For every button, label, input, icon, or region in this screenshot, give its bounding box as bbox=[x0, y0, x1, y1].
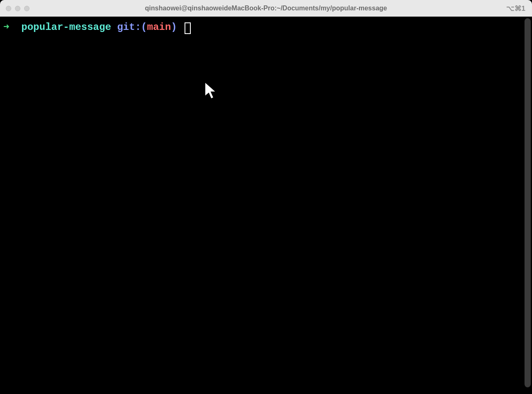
git-branch: main bbox=[147, 21, 171, 34]
terminal-body[interactable]: ➜ popular-message git:(main) bbox=[0, 17, 532, 394]
minimize-window-button[interactable] bbox=[15, 6, 20, 11]
titlebar[interactable]: qinshaowei@qinshaoweideMacBook-Pro:~/Doc… bbox=[0, 0, 532, 17]
text-cursor bbox=[185, 22, 191, 34]
mouse-pointer-icon bbox=[204, 81, 219, 105]
spacer bbox=[9, 21, 21, 34]
spacer bbox=[111, 21, 117, 34]
traffic-lights bbox=[6, 6, 30, 11]
spacer bbox=[177, 21, 183, 34]
git-label: git: bbox=[117, 21, 141, 34]
maximize-window-button[interactable] bbox=[24, 6, 30, 11]
close-window-button[interactable] bbox=[6, 6, 11, 11]
window-title: qinshaowei@qinshaoweideMacBook-Pro:~/Doc… bbox=[145, 5, 387, 12]
prompt-arrow-icon: ➜ bbox=[3, 21, 9, 34]
git-paren-open: ( bbox=[141, 21, 147, 34]
window-shortcut-indicator: ⌥⌘1 bbox=[506, 4, 525, 13]
terminal-window: qinshaowei@qinshaoweideMacBook-Pro:~/Doc… bbox=[0, 0, 532, 394]
git-paren-close: ) bbox=[171, 21, 177, 34]
prompt-line: ➜ popular-message git:(main) bbox=[3, 21, 529, 34]
current-directory: popular-message bbox=[21, 21, 111, 34]
scrollbar-thumb[interactable] bbox=[525, 18, 531, 387]
